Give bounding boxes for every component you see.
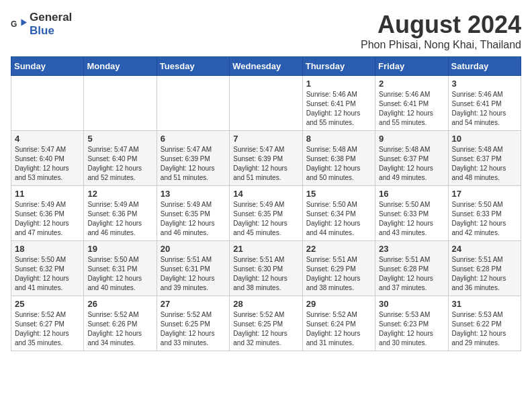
logo: G General Blue: [11, 11, 72, 38]
day-number: 28: [233, 299, 298, 309]
day-info: Sunrise: 5:51 AM Sunset: 6:28 PM Dayligh…: [452, 255, 517, 293]
calendar-cell: 1Sunrise: 5:46 AM Sunset: 6:41 PM Daylig…: [302, 76, 375, 131]
title-area: August 2024 Phon Phisai, Nong Khai, Thai…: [361, 11, 521, 51]
day-number: 6: [161, 134, 226, 144]
day-info: Sunrise: 5:48 AM Sunset: 6:37 PM Dayligh…: [379, 145, 444, 183]
day-number: 13: [161, 189, 226, 199]
calendar-cell: 10Sunrise: 5:48 AM Sunset: 6:37 PM Dayli…: [448, 131, 521, 186]
calendar-cell: 2Sunrise: 5:46 AM Sunset: 6:41 PM Daylig…: [375, 76, 448, 131]
day-info: Sunrise: 5:50 AM Sunset: 6:34 PM Dayligh…: [306, 200, 371, 238]
calendar-cell: 22Sunrise: 5:51 AM Sunset: 6:29 PM Dayli…: [302, 241, 375, 296]
day-number: 20: [161, 244, 226, 254]
day-info: Sunrise: 5:50 AM Sunset: 6:31 PM Dayligh…: [87, 255, 152, 293]
calendar-week-row: 4Sunrise: 5:47 AM Sunset: 6:40 PM Daylig…: [11, 131, 521, 186]
day-number: 30: [379, 299, 444, 309]
day-number: 25: [15, 299, 80, 309]
calendar-cell: 15Sunrise: 5:50 AM Sunset: 6:34 PM Dayli…: [302, 186, 375, 241]
day-info: Sunrise: 5:51 AM Sunset: 6:29 PM Dayligh…: [306, 255, 371, 293]
calendar-cell: [84, 76, 157, 131]
day-info: Sunrise: 5:48 AM Sunset: 6:37 PM Dayligh…: [452, 145, 517, 183]
calendar-cell: 29Sunrise: 5:52 AM Sunset: 6:24 PM Dayli…: [302, 296, 375, 351]
day-info: Sunrise: 5:46 AM Sunset: 6:41 PM Dayligh…: [306, 90, 371, 128]
day-info: Sunrise: 5:46 AM Sunset: 6:41 PM Dayligh…: [379, 90, 444, 128]
calendar-cell: 16Sunrise: 5:50 AM Sunset: 6:33 PM Dayli…: [375, 186, 448, 241]
day-info: Sunrise: 5:47 AM Sunset: 6:39 PM Dayligh…: [233, 145, 298, 183]
day-info: Sunrise: 5:53 AM Sunset: 6:23 PM Dayligh…: [379, 310, 444, 348]
logo-blue: Blue: [30, 24, 54, 37]
calendar-week-row: 1Sunrise: 5:46 AM Sunset: 6:41 PM Daylig…: [11, 76, 521, 131]
day-number: 19: [87, 244, 152, 254]
calendar-cell: 9Sunrise: 5:48 AM Sunset: 6:37 PM Daylig…: [375, 131, 448, 186]
day-number: 4: [15, 134, 80, 144]
day-info: Sunrise: 5:47 AM Sunset: 6:40 PM Dayligh…: [15, 145, 80, 183]
calendar-cell: 24Sunrise: 5:51 AM Sunset: 6:28 PM Dayli…: [448, 241, 521, 296]
day-number: 31: [452, 299, 517, 309]
calendar-cell: 18Sunrise: 5:50 AM Sunset: 6:32 PM Dayli…: [11, 241, 84, 296]
weekday-header: Thursday: [302, 57, 375, 76]
calendar-week-row: 18Sunrise: 5:50 AM Sunset: 6:32 PM Dayli…: [11, 241, 521, 296]
calendar-cell: 13Sunrise: 5:49 AM Sunset: 6:35 PM Dayli…: [157, 186, 229, 241]
day-number: 8: [306, 134, 371, 144]
day-info: Sunrise: 5:49 AM Sunset: 6:35 PM Dayligh…: [161, 200, 226, 238]
weekday-header: Monday: [84, 57, 157, 76]
day-number: 27: [161, 299, 226, 309]
day-number: 23: [379, 244, 444, 254]
day-info: Sunrise: 5:50 AM Sunset: 6:33 PM Dayligh…: [452, 200, 517, 238]
day-info: Sunrise: 5:52 AM Sunset: 6:25 PM Dayligh…: [233, 310, 298, 348]
day-info: Sunrise: 5:50 AM Sunset: 6:32 PM Dayligh…: [15, 255, 80, 293]
day-number: 7: [233, 134, 298, 144]
calendar-cell: [11, 76, 84, 131]
day-number: 12: [87, 189, 152, 199]
day-number: 2: [379, 79, 444, 89]
day-number: 22: [306, 244, 371, 254]
day-number: 10: [452, 134, 517, 144]
weekday-header: Wednesday: [230, 57, 302, 76]
day-number: 24: [452, 244, 517, 254]
calendar-cell: 5Sunrise: 5:47 AM Sunset: 6:40 PM Daylig…: [84, 131, 157, 186]
calendar-cell: 3Sunrise: 5:46 AM Sunset: 6:41 PM Daylig…: [448, 76, 521, 131]
calendar-cell: 8Sunrise: 5:48 AM Sunset: 6:38 PM Daylig…: [302, 131, 375, 186]
svg-marker-1: [21, 19, 27, 26]
month-title: August 2024: [361, 11, 521, 39]
calendar-cell: 21Sunrise: 5:51 AM Sunset: 6:30 PM Dayli…: [230, 241, 302, 296]
day-info: Sunrise: 5:46 AM Sunset: 6:41 PM Dayligh…: [452, 90, 517, 128]
weekday-header: Sunday: [11, 57, 84, 76]
calendar-cell: 28Sunrise: 5:52 AM Sunset: 6:25 PM Dayli…: [230, 296, 302, 351]
calendar-cell: [230, 76, 302, 131]
calendar-cell: 7Sunrise: 5:47 AM Sunset: 6:39 PM Daylig…: [230, 131, 302, 186]
calendar-cell: 14Sunrise: 5:49 AM Sunset: 6:35 PM Dayli…: [230, 186, 302, 241]
day-info: Sunrise: 5:49 AM Sunset: 6:36 PM Dayligh…: [15, 200, 80, 238]
day-info: Sunrise: 5:47 AM Sunset: 6:40 PM Dayligh…: [87, 145, 152, 183]
calendar-cell: 27Sunrise: 5:52 AM Sunset: 6:25 PM Dayli…: [157, 296, 229, 351]
calendar-week-row: 11Sunrise: 5:49 AM Sunset: 6:36 PM Dayli…: [11, 186, 521, 241]
day-number: 3: [452, 79, 517, 89]
day-info: Sunrise: 5:49 AM Sunset: 6:36 PM Dayligh…: [87, 200, 152, 238]
calendar-cell: 20Sunrise: 5:51 AM Sunset: 6:31 PM Dayli…: [157, 241, 229, 296]
calendar: SundayMondayTuesdayWednesdayThursdayFrid…: [11, 56, 521, 351]
svg-text:G: G: [11, 19, 17, 29]
calendar-cell: 25Sunrise: 5:52 AM Sunset: 6:27 PM Dayli…: [11, 296, 84, 351]
weekday-header: Friday: [375, 57, 448, 76]
day-info: Sunrise: 5:48 AM Sunset: 6:38 PM Dayligh…: [306, 145, 371, 183]
day-info: Sunrise: 5:51 AM Sunset: 6:30 PM Dayligh…: [233, 255, 298, 293]
day-info: Sunrise: 5:51 AM Sunset: 6:28 PM Dayligh…: [379, 255, 444, 293]
day-number: 29: [306, 299, 371, 309]
calendar-cell: 30Sunrise: 5:53 AM Sunset: 6:23 PM Dayli…: [375, 296, 448, 351]
day-info: Sunrise: 5:49 AM Sunset: 6:35 PM Dayligh…: [233, 200, 298, 238]
day-info: Sunrise: 5:52 AM Sunset: 6:26 PM Dayligh…: [87, 310, 152, 348]
day-number: 1: [306, 79, 371, 89]
calendar-cell: 23Sunrise: 5:51 AM Sunset: 6:28 PM Dayli…: [375, 241, 448, 296]
day-number: 5: [87, 134, 152, 144]
day-info: Sunrise: 5:47 AM Sunset: 6:39 PM Dayligh…: [161, 145, 226, 183]
day-number: 21: [233, 244, 298, 254]
calendar-cell: [157, 76, 229, 131]
weekday-header-row: SundayMondayTuesdayWednesdayThursdayFrid…: [11, 57, 521, 76]
day-info: Sunrise: 5:52 AM Sunset: 6:24 PM Dayligh…: [306, 310, 371, 348]
day-number: 15: [306, 189, 371, 199]
day-info: Sunrise: 5:50 AM Sunset: 6:33 PM Dayligh…: [379, 200, 444, 238]
day-info: Sunrise: 5:53 AM Sunset: 6:22 PM Dayligh…: [452, 310, 517, 348]
calendar-cell: 11Sunrise: 5:49 AM Sunset: 6:36 PM Dayli…: [11, 186, 84, 241]
day-info: Sunrise: 5:52 AM Sunset: 6:27 PM Dayligh…: [15, 310, 80, 348]
day-info: Sunrise: 5:52 AM Sunset: 6:25 PM Dayligh…: [161, 310, 226, 348]
header: G General Blue August 2024 Phon Phisai, …: [11, 11, 521, 51]
